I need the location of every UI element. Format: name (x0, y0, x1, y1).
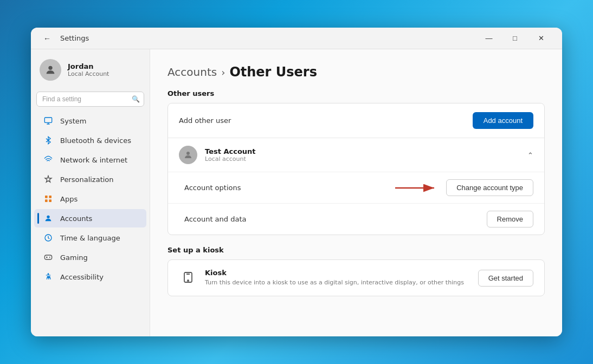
gaming-icon (43, 252, 54, 263)
breadcrumb-separator: › (221, 67, 225, 78)
search-icon: 🔍 (132, 95, 140, 103)
title-bar-left: ← Settings (40, 31, 89, 46)
account-options-label: Account options (184, 184, 241, 192)
sidebar: Jordan Local Account 🔍 System Bluetoo (31, 49, 150, 336)
minimize-button[interactable]: — (476, 30, 501, 47)
test-account-header[interactable]: Test Account Local account ⌃ (168, 138, 544, 172)
sidebar-item-apps-label: Apps (60, 195, 78, 203)
arrow-icon (395, 183, 439, 193)
kiosk-name: Kiosk (205, 269, 464, 277)
maximize-button[interactable]: □ (502, 30, 527, 47)
search-input[interactable] (36, 92, 144, 107)
account-data-label: Account and data (184, 215, 247, 223)
kiosk-info: Kiosk Turn this device into a kiosk to u… (179, 269, 464, 287)
avatar (40, 59, 61, 81)
sidebar-item-accounts[interactable]: Accounts (34, 209, 146, 227)
add-other-user-row: Add other user Add account (168, 103, 544, 138)
svg-rect-3 (49, 196, 51, 198)
bluetooth-icon (43, 135, 54, 146)
kiosk-card: Kiosk Turn this device into a kiosk to u… (167, 259, 545, 296)
person-icon (43, 213, 54, 224)
settings-window: ← Settings — □ ✕ Jordan Local Account (31, 28, 562, 336)
sidebar-item-network-label: Network & internet (60, 156, 127, 164)
svg-point-6 (47, 216, 49, 218)
sidebar-item-gaming-label: Gaming (60, 253, 88, 262)
account-options-row: Account options (168, 172, 544, 203)
svg-point-0 (48, 66, 52, 70)
sidebar-item-bluetooth-label: Bluetooth & devices (60, 136, 131, 145)
main-content: Accounts › Other Users Other users Add o… (150, 49, 562, 336)
monitor-icon (43, 115, 54, 126)
app-title: Settings (60, 34, 89, 42)
window-controls: — □ ✕ (476, 30, 553, 47)
user-name: Jordan (68, 62, 109, 70)
svg-rect-2 (45, 196, 48, 198)
change-account-type-button[interactable]: Change account type (446, 179, 533, 196)
sidebar-item-personalization-label: Personalization (60, 176, 114, 184)
user-account-type: Local Account (68, 70, 109, 77)
svg-rect-1 (44, 118, 51, 122)
sidebar-item-system-label: System (60, 117, 86, 125)
window-body: Jordan Local Account 🔍 System Bluetoo (31, 49, 562, 336)
kiosk-icon (179, 269, 197, 287)
chevron-up-icon: ⌃ (527, 151, 533, 159)
brush-icon (43, 174, 54, 185)
sidebar-item-personalization[interactable]: Personalization (34, 170, 146, 188)
other-users-card: Add other user Add account Test Account … (167, 103, 545, 235)
test-account-expanded: Test Account Local account ⌃ Account opt… (168, 138, 544, 235)
account-header-left: Test Account Local account (179, 146, 256, 164)
svg-rect-8 (44, 255, 51, 259)
close-button[interactable]: ✕ (528, 30, 553, 47)
add-account-button[interactable]: Add account (473, 112, 533, 129)
kiosk-row: Kiosk Turn this device into a kiosk to u… (168, 260, 544, 296)
account-name-block: Test Account Local account (205, 147, 256, 162)
svg-point-9 (48, 273, 49, 275)
network-icon (43, 154, 54, 165)
user-section: Jordan Local Account (31, 54, 150, 89)
search-box: 🔍 (36, 92, 144, 107)
sidebar-item-system[interactable]: System (34, 112, 146, 130)
kiosk-text-block: Kiosk Turn this device into a kiosk to u… (205, 269, 464, 287)
breadcrumb: Accounts › Other Users (167, 64, 545, 80)
test-account-name: Test Account (205, 147, 256, 155)
sidebar-item-apps[interactable]: Apps (34, 190, 146, 208)
kiosk-description: Turn this device into a kiosk to use as … (205, 278, 464, 287)
change-account-type-group: Change account type (395, 179, 533, 196)
remove-button[interactable]: Remove (487, 211, 533, 227)
breadcrumb-parent[interactable]: Accounts (167, 66, 217, 79)
sidebar-item-gaming[interactable]: Gaming (34, 248, 146, 266)
sidebar-item-network[interactable]: Network & internet (34, 151, 146, 169)
other-users-section-title: Other users (167, 89, 545, 98)
sidebar-item-bluetooth[interactable]: Bluetooth & devices (34, 131, 146, 150)
clock-icon (43, 232, 54, 243)
sidebar-item-accessibility[interactable]: Accessibility (34, 268, 146, 286)
svg-rect-4 (45, 199, 48, 202)
svg-rect-5 (49, 199, 51, 202)
account-data-row: Account and data Remove (168, 203, 544, 235)
get-started-button[interactable]: Get started (478, 270, 533, 287)
kiosk-section-title: Set up a kiosk (167, 246, 545, 254)
test-account-type: Local account (205, 155, 256, 162)
sidebar-item-time[interactable]: Time & language (34, 229, 146, 247)
title-bar: ← Settings — □ ✕ (31, 28, 562, 49)
svg-point-14 (188, 280, 189, 281)
accessibility-icon (43, 271, 54, 282)
add-other-user-label: Add other user (179, 116, 231, 125)
sidebar-item-time-label: Time & language (60, 234, 120, 242)
svg-point-10 (186, 152, 190, 155)
apps-icon (43, 193, 54, 204)
user-info: Jordan Local Account (68, 62, 109, 77)
sidebar-item-accessibility-label: Accessibility (60, 273, 104, 281)
breadcrumb-current: Other Users (229, 64, 317, 80)
sidebar-item-accounts-label: Accounts (60, 214, 92, 223)
back-button[interactable]: ← (40, 31, 55, 46)
test-account-avatar (179, 146, 197, 164)
